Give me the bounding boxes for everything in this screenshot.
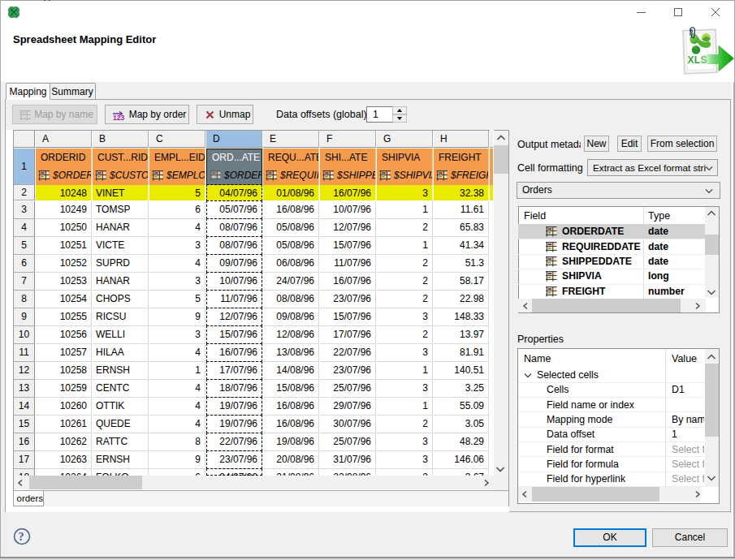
svg-text:123: 123 xyxy=(113,114,124,122)
svg-text:?: ? xyxy=(19,531,24,543)
